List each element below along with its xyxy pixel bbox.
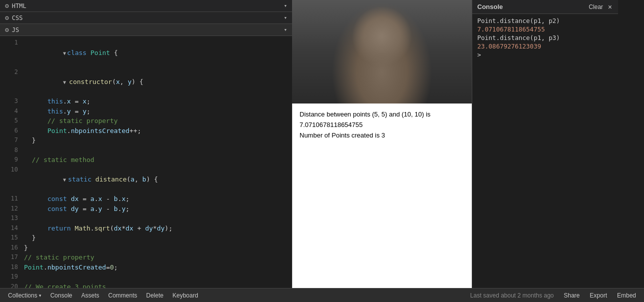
console-prompt[interactable]: >	[477, 51, 613, 58]
toolbar-share[interactable]: Share	[560, 290, 584, 300]
code-line-20: 20 // We create 3 points	[0, 282, 292, 288]
assets-label: Assets	[81, 292, 99, 299]
code-line-12: 12 const dy = a.y - b.y;	[0, 204, 292, 214]
code-line-14: 14 return Math.sqrt(dx*dx + dy*dy);	[0, 224, 292, 234]
tab-js[interactable]: ⚙ JS ▾	[0, 24, 292, 36]
collapse-arrow-10[interactable]: ▼	[63, 176, 66, 184]
code-line-11: 11 const dx = a.x - b.x;	[0, 194, 292, 204]
console-line-1: Point.distance(p1, p2)	[477, 17, 613, 24]
code-line-4: 4 this.y = y;	[0, 106, 292, 116]
keyboard-label: Keyboard	[172, 292, 198, 299]
gear-icon-css: ⚙	[5, 14, 9, 22]
code-line-3: 3 this.x = x;	[0, 96, 292, 106]
console-header: Console Clear ×	[472, 0, 618, 14]
code-line-13: 13	[0, 214, 292, 224]
export-label: Export	[590, 292, 607, 299]
chevron-html-icon: ▾	[284, 2, 287, 9]
console-line-2: 7.0710678118654755	[477, 26, 613, 33]
output-content: Distance between points (5, 5) and (10, …	[293, 104, 472, 288]
collapse-arrow-2[interactable]: ▼	[63, 78, 66, 86]
code-line-2: 2 ▼constructor(x, y) {	[0, 68, 292, 97]
video-panel: Distance between points (5, 5) and (10, …	[292, 0, 472, 288]
toolbar-comments[interactable]: Comments	[104, 290, 141, 300]
output-line-2: Number of Points created is 3	[300, 130, 465, 141]
output-line-1: Distance between points (5, 5) and (10, …	[300, 110, 465, 130]
tab-js-label: JS	[12, 26, 19, 34]
toolbar-collections[interactable]: Collections ▾	[4, 290, 45, 300]
collapse-arrow-1[interactable]: ▼	[63, 50, 66, 57]
code-line-19: 19	[0, 272, 292, 282]
code-line-15: 15 }	[0, 233, 292, 243]
console-panel: Console Clear × Point.distance(p1, p2) 7…	[472, 0, 618, 288]
gear-icon-html: ⚙	[5, 2, 9, 10]
code-panel: ⚙ HTML ▾ ⚙ CSS ▾ ⚙ JS ▾ 1 ▼class Point {	[0, 0, 292, 288]
code-line-16: 16 }	[0, 243, 292, 253]
code-line-8: 8	[0, 146, 292, 156]
console-close-button[interactable]: ×	[607, 3, 613, 11]
tab-html-label: HTML	[12, 2, 26, 10]
code-line-18: 18 Point.nbpointsCreated=0;	[0, 262, 292, 272]
toolbar-assets[interactable]: Assets	[77, 290, 103, 300]
toolbar-embed[interactable]: Embed	[613, 290, 640, 300]
tab-html[interactable]: ⚙ HTML ▾	[0, 0, 292, 12]
delete-label: Delete	[146, 292, 164, 299]
console-line-3: Point.distance(p1, p3)	[477, 34, 613, 42]
code-line-10: 10 ▼static distance(a, b) {	[0, 165, 292, 194]
toolbar-keyboard[interactable]: Keyboard	[168, 290, 202, 300]
code-editor[interactable]: 1 ▼class Point { 2 ▼constructor(x, y) { …	[0, 36, 292, 288]
tab-css-label: CSS	[12, 14, 23, 22]
code-line-1: 1 ▼class Point {	[0, 38, 292, 68]
chevron-js-icon: ▾	[284, 26, 287, 33]
code-line-6: 6 Point.nbpointsCreated++;	[0, 126, 292, 136]
toolbar-right: Last saved about 2 months ago Share Expo…	[470, 290, 640, 300]
console-toolbar-label: Console	[50, 292, 72, 299]
chevron-collections-icon: ▾	[39, 293, 41, 298]
toolbar-console[interactable]: Console	[46, 290, 76, 300]
console-body: Point.distance(p1, p2) 7.071067811865475…	[472, 14, 618, 288]
collections-label: Collections	[8, 292, 37, 299]
bottom-toolbar: Collections ▾ Console Assets Comments De…	[0, 288, 644, 302]
toolbar-export[interactable]: Export	[586, 290, 611, 300]
console-line-4: 23.08679276123039	[477, 42, 613, 50]
video-person	[292, 0, 472, 104]
gear-icon-js: ⚙	[5, 26, 9, 34]
tab-css[interactable]: ⚙ CSS ▾	[0, 12, 292, 24]
share-label: Share	[564, 292, 580, 299]
code-line-5: 5 // static property	[0, 116, 292, 126]
embed-label: Embed	[617, 292, 636, 299]
code-line-9: 9 // static method	[0, 155, 292, 165]
code-line-7: 7 }	[0, 136, 292, 146]
console-title: Console	[477, 3, 503, 10]
output-panel: Distance between points (5, 5) and (10, …	[292, 104, 472, 288]
video-area	[292, 0, 472, 104]
toolbar-delete[interactable]: Delete	[142, 290, 168, 300]
console-clear-button[interactable]: Clear	[589, 4, 603, 10]
save-info: Last saved about 2 months ago	[470, 292, 554, 299]
chevron-css-icon: ▾	[284, 14, 287, 21]
code-line-17: 17 // static property	[0, 252, 292, 262]
comments-label: Comments	[108, 292, 137, 299]
